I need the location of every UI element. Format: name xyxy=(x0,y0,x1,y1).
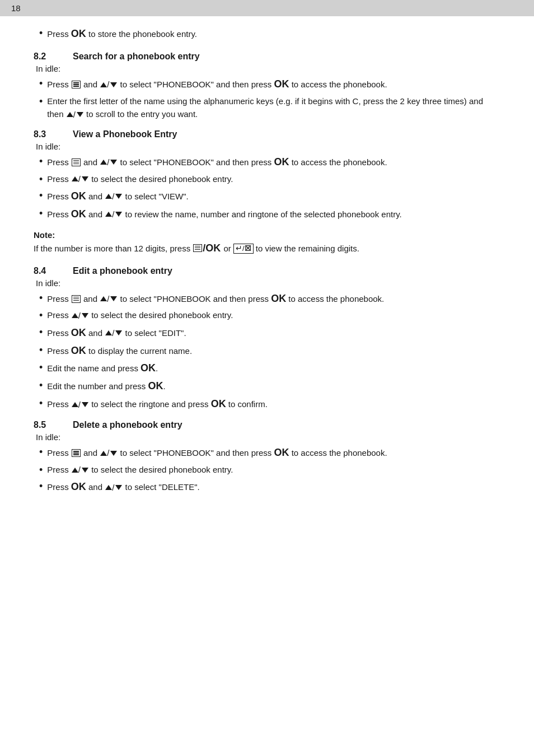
bullet-dot: • xyxy=(39,95,43,109)
triangle-up-icon xyxy=(105,194,112,199)
nav-arrows-icon: / xyxy=(100,78,117,91)
bullet-dot: • xyxy=(39,343,43,357)
bullet-dot: • xyxy=(39,463,43,477)
triangle-up-icon xyxy=(72,313,78,318)
bullet-text: Press and / to select "PHONEBOOK" and th… xyxy=(47,445,500,461)
triangle-up-icon xyxy=(100,296,107,301)
first-bullet-item: • Press OK to store the phonebook entry. xyxy=(34,26,500,41)
slash-ok: /OK xyxy=(203,241,221,256)
ok-label: OK xyxy=(148,380,163,391)
section-8-5-bullets: • Press and / to select "PHONEBOOK" and … xyxy=(34,445,500,495)
nav-arrows-icon: / xyxy=(105,326,122,339)
bullet-dot: • xyxy=(39,26,43,40)
section-8-5-heading: 8.5 Delete a phonebook entry xyxy=(34,420,500,430)
note-section: Note: If the number is more than 12 digi… xyxy=(34,230,500,257)
bullet-text: Press OK and / to select "EDIT". xyxy=(47,325,500,341)
list-item: • Press / to select the desired phoneboo… xyxy=(39,172,500,186)
section-8-3-title: View a Phonebook Entry xyxy=(73,129,177,139)
triangle-down-icon xyxy=(82,176,88,181)
section-8-4: 8.4 Edit a phonebook entry In idle: • Pr… xyxy=(34,266,500,413)
ok-label: OK xyxy=(71,327,86,338)
section-8-3-subtitle: In idle: xyxy=(34,142,500,151)
section-8-2-number: 8.2 xyxy=(34,52,56,62)
triangle-up-icon xyxy=(105,330,112,335)
list-item: • Enter the first letter of the name usi… xyxy=(39,95,500,122)
menu-icon xyxy=(193,244,202,252)
nav-arrows-icon: / xyxy=(72,172,88,185)
bullet-dot: • xyxy=(39,155,43,169)
nav-arrows-icon: / xyxy=(100,156,117,169)
phone-symbol: ↵ xyxy=(236,242,242,255)
section-8-2: 8.2 Search for a phonebook entry In idle… xyxy=(34,52,500,122)
section-8-4-title: Edit a phonebook entry xyxy=(73,266,172,276)
bullet-text: Press OK and / to select "VIEW". xyxy=(47,189,500,204)
nav-arrows-icon: / xyxy=(72,398,88,411)
bullet-dot: • xyxy=(39,189,43,203)
triangle-up-icon xyxy=(72,468,78,473)
list-item: • Press OK and / to select "DELETE". xyxy=(39,479,500,495)
triangle-down-icon xyxy=(110,296,117,301)
list-item: • Press OK and / to select "EDIT". xyxy=(39,325,500,341)
bullet-dot: • xyxy=(39,379,43,393)
triangle-down-icon xyxy=(82,402,88,407)
bullet-text: Press / to select the desired phonebook … xyxy=(47,463,500,477)
bullet-text: Press / to select the desired phonebook … xyxy=(47,309,500,323)
menu-ok-combo: /OK xyxy=(193,241,221,256)
section-8-3-heading: 8.3 View a Phonebook Entry xyxy=(34,129,500,139)
note-text: If the number is more than 12 digits, pr… xyxy=(34,241,500,257)
bullet-dot: • xyxy=(39,207,43,221)
nav-arrows-icon: / xyxy=(105,190,122,203)
ok-label: OK xyxy=(271,293,286,304)
page-container: 18 • Press OK to store the phonebook ent… xyxy=(0,0,534,756)
ok-label: OK xyxy=(211,398,226,409)
section-8-2-subtitle: In idle: xyxy=(34,64,500,73)
bullet-dot: • xyxy=(39,172,43,186)
ok-label: OK xyxy=(71,208,86,220)
section-8-3: 8.3 View a Phonebook Entry In idle: • Pr… xyxy=(34,129,500,222)
page-number: 18 xyxy=(11,3,21,13)
bullet-text: Enter the first letter of the name using… xyxy=(47,95,500,122)
bullet-text: Press and / to select "PHONEBOOK and the… xyxy=(47,291,500,307)
nav-arrows-icon: / xyxy=(100,446,117,459)
triangle-down-icon xyxy=(115,330,122,335)
section-8-5-subtitle: In idle: xyxy=(34,432,500,442)
nav-arrows-icon: / xyxy=(105,481,122,494)
bullet-text: Press / to select the ringtone and press… xyxy=(47,396,500,412)
section-8-2-heading: 8.2 Search for a phonebook entry xyxy=(34,52,500,62)
triangle-down-icon xyxy=(110,160,117,165)
list-item: • Press and / to select "PHONEBOOK" and … xyxy=(39,445,500,461)
nav-arrows-icon: / xyxy=(72,309,88,322)
menu-icon xyxy=(72,449,81,457)
ok-label: OK xyxy=(274,78,289,90)
edit-name-text: Edit the name and press OK. xyxy=(47,361,500,376)
bullet-dot: • xyxy=(39,77,43,91)
content-area: • Press OK to store the phonebook entry.… xyxy=(0,26,534,525)
list-item: • Press / to select the ringtone and pre… xyxy=(39,396,500,412)
list-item: • Edit the name and press OK. xyxy=(39,361,500,376)
triangle-up-icon xyxy=(105,485,112,490)
nav-arrows-icon: / xyxy=(100,292,117,305)
first-bullet-text: Press OK to store the phonebook entry. xyxy=(47,26,197,41)
section-8-3-number: 8.3 xyxy=(34,129,56,139)
menu-icon xyxy=(72,81,81,88)
triangle-up-icon xyxy=(100,451,107,456)
bullet-dot: • xyxy=(39,396,43,410)
bullet-dot: • xyxy=(39,309,43,323)
bullet-dot: • xyxy=(39,291,43,305)
triangle-down-icon xyxy=(115,194,122,199)
triangle-down-icon xyxy=(82,313,88,318)
triangle-down-icon xyxy=(110,82,117,87)
page-header: 18 xyxy=(0,0,534,16)
ok-label: OK xyxy=(71,28,86,39)
triangle-up-icon xyxy=(100,82,107,87)
note-heading: Note: xyxy=(34,230,500,240)
section-8-4-number: 8.4 xyxy=(34,266,56,276)
ok-label: OK xyxy=(274,156,289,167)
list-item: • Press OK and / to review the name, num… xyxy=(39,207,500,222)
triangle-down-icon xyxy=(82,468,88,473)
delete-combo-icon: ↵/☒ xyxy=(233,244,254,254)
bullet-text: Press / to select the desired phonebook … xyxy=(47,172,500,186)
section-8-4-subtitle: In idle: xyxy=(34,278,500,288)
triangle-up-icon xyxy=(72,176,78,181)
list-item: • Press / to select the desired phoneboo… xyxy=(39,463,500,477)
